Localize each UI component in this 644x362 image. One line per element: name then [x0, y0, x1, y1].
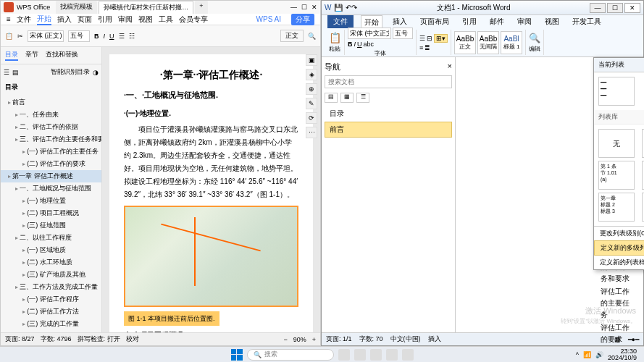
word-underline-icon[interactable]: U: [357, 41, 362, 48]
word-status-insert[interactable]: 插入: [428, 334, 441, 344]
define-new-multilevel-list[interactable]: 定义新的多级列表(D)...: [594, 240, 644, 256]
wps-max-icon[interactable]: ☐: [301, 4, 307, 11]
word-italic-icon[interactable]: I: [354, 41, 356, 48]
zoom-out-icon[interactable]: −: [283, 336, 287, 343]
word-nav-tab-pages[interactable]: ▦: [340, 93, 354, 103]
nav-tree-item[interactable]: 二、评估工作的依据: [1, 121, 101, 133]
wps-ai-button[interactable]: WPS AI: [256, 15, 281, 23]
nav-tree-item[interactable]: 三、工作方法及完成工作量: [1, 281, 101, 293]
wps-tab-review[interactable]: 审阅: [118, 14, 133, 25]
list-option-6[interactable]: 第一章标题 2标题 3: [598, 193, 635, 222]
word-status-lang[interactable]: 中文(中国): [390, 334, 421, 344]
define-new-list-style[interactable]: 定义新的列表样式(L)...: [594, 256, 644, 269]
word-tab-review[interactable]: 审阅: [514, 15, 535, 28]
tray-volume-icon[interactable]: 🔊: [595, 351, 603, 358]
undo-icon[interactable]: ↶: [346, 4, 351, 12]
word-nav-tab-headings[interactable]: ▤: [325, 93, 338, 103]
save-icon[interactable]: 💾: [334, 4, 343, 12]
word-nav-item-preface[interactable]: 前言: [325, 122, 452, 138]
align-center-icon[interactable]: ≣: [425, 44, 430, 51]
tray-chevron-icon[interactable]: ^: [576, 351, 579, 358]
style-normal[interactable]: 正文: [280, 30, 304, 42]
nav-tree-item[interactable]: 一、任务由来: [1, 109, 101, 121]
font-family-select[interactable]: [28, 30, 64, 42]
word-font-select[interactable]: [348, 28, 391, 39]
underline-icon[interactable]: U: [109, 33, 114, 40]
wps-new-tab[interactable]: +: [195, 1, 207, 14]
word-status-words[interactable]: 字数: 70: [359, 334, 383, 344]
multilevel-list-button[interactable]: ⊞▾: [434, 34, 448, 43]
word-max-button[interactable]: ☐: [607, 3, 623, 13]
wps-tab-insert[interactable]: 插入: [57, 14, 72, 25]
align-left-icon[interactable]: ≡: [419, 44, 423, 51]
redo-icon[interactable]: ↷: [351, 4, 357, 12]
style-normal[interactable]: AaBb正文: [454, 31, 476, 54]
wps-min-icon[interactable]: —: [290, 4, 297, 11]
numbering-icon[interactable]: ☷: [129, 33, 135, 40]
word-tab-view[interactable]: 视图: [542, 15, 562, 28]
wps-doc-tab-2[interactable]: 孙曦镇代庙村朱行庄新村搬…: [99, 1, 193, 14]
word-close-button[interactable]: ✕: [624, 3, 640, 13]
word-status-page[interactable]: 页面: 1/1: [326, 334, 352, 344]
wps-tab-view[interactable]: 视图: [138, 14, 153, 25]
wps-menu-icon[interactable]: ≡: [7, 15, 11, 23]
wps-close-icon[interactable]: ✕: [311, 4, 317, 11]
nav-tree-item[interactable]: (一) 区域地质: [1, 244, 101, 256]
list-option-3[interactable]: 第 1 条节 1.01(a): [598, 161, 635, 190]
taskbar-app-3[interactable]: [370, 349, 382, 361]
status-proof[interactable]: 校对: [126, 334, 139, 344]
wps-tab-vip[interactable]: 会员专享: [179, 14, 208, 25]
word-strike-icon[interactable]: abc: [364, 41, 375, 48]
bullets-button[interactable]: ☰: [419, 35, 425, 42]
bold-icon[interactable]: B: [94, 33, 99, 40]
side-tool-5[interactable]: ⟳: [306, 112, 317, 124]
change-list-level[interactable]: 更改列表级别(C): [594, 227, 644, 240]
word-bold-icon[interactable]: B: [348, 41, 353, 48]
taskbar-app-5[interactable]: [402, 349, 414, 361]
nav-tab-chapter[interactable]: 章节: [25, 50, 38, 61]
word-tab-ref[interactable]: 引用: [459, 15, 480, 28]
current-list-preview[interactable]: ━━━━━━: [598, 77, 635, 106]
word-nav-close[interactable]: ×: [448, 62, 452, 72]
wps-file-label[interactable]: 文件: [17, 14, 31, 25]
nav-tree-item[interactable]: 一、工地概况与征地范围: [1, 182, 101, 195]
word-min-button[interactable]: —: [590, 3, 606, 13]
nav-tree-item[interactable]: (三) 矿产地质及其他: [1, 269, 101, 281]
find-icon[interactable]: 🔍: [529, 33, 540, 43]
word-size-select[interactable]: [393, 28, 413, 39]
tray-wifi-icon[interactable]: 📶: [583, 351, 591, 358]
nav-tab-toc[interactable]: 目录: [5, 50, 18, 61]
status-words[interactable]: 字数: 4796: [41, 334, 72, 344]
wps-tab-page[interactable]: 页面: [78, 14, 92, 25]
status-spell[interactable]: 拼写检查: 打开: [78, 334, 120, 344]
nav-tab-find[interactable]: 查找和替换: [46, 50, 78, 61]
word-nav-search[interactable]: [325, 75, 452, 88]
nav-smart-toc[interactable]: 智能识别目录: [51, 67, 90, 77]
taskbar-search[interactable]: 🔍 搜索: [247, 349, 334, 361]
wps-share-button[interactable]: 分享: [291, 14, 314, 25]
zoom-in-icon[interactable]: +: [312, 336, 316, 343]
bullets-icon[interactable]: ☰: [119, 33, 125, 40]
style-nospace[interactable]: AaBb无间隔: [477, 31, 499, 54]
nav-tree-item[interactable]: (一) 地理位置: [1, 195, 101, 207]
taskbar-app-2[interactable]: [354, 349, 366, 361]
word-paste-icon[interactable]: 📋: [329, 32, 341, 43]
word-nav-item-toc[interactable]: 目录: [325, 106, 452, 122]
nav-expand-icon[interactable]: ☰: [4, 69, 9, 76]
style-h1[interactable]: AaBl标题 1: [501, 31, 522, 54]
numbering-button[interactable]: ⊟: [427, 35, 432, 42]
nav-tree-item[interactable]: (二) 评估工作的要求: [1, 158, 101, 170]
taskbar-clock[interactable]: 23:30 2024/10/9: [608, 348, 637, 361]
wps-doc-tab-1[interactable]: 找稿完模板: [56, 1, 97, 14]
word-file-tab[interactable]: 文件: [327, 15, 354, 28]
nav-tree-item[interactable]: 第一章 评估工作概述: [1, 170, 101, 182]
nav-tree-item[interactable]: (三) 征地范围: [1, 219, 101, 232]
nav-tree-item[interactable]: (二) 项目工程概况: [1, 207, 101, 219]
nav-collapse-icon[interactable]: ▤: [12, 69, 19, 76]
nav-tree-item[interactable]: (一) 评估工作的主要任务: [1, 146, 101, 158]
side-tool-6[interactable]: ⋯: [306, 127, 317, 138]
nav-tree-item[interactable]: 二、以往工作程度: [1, 232, 101, 244]
side-tool-4[interactable]: ✎: [306, 98, 317, 109]
nav-tree-item[interactable]: 前言: [1, 96, 101, 109]
side-tool-3[interactable]: ⊕: [306, 83, 317, 95]
